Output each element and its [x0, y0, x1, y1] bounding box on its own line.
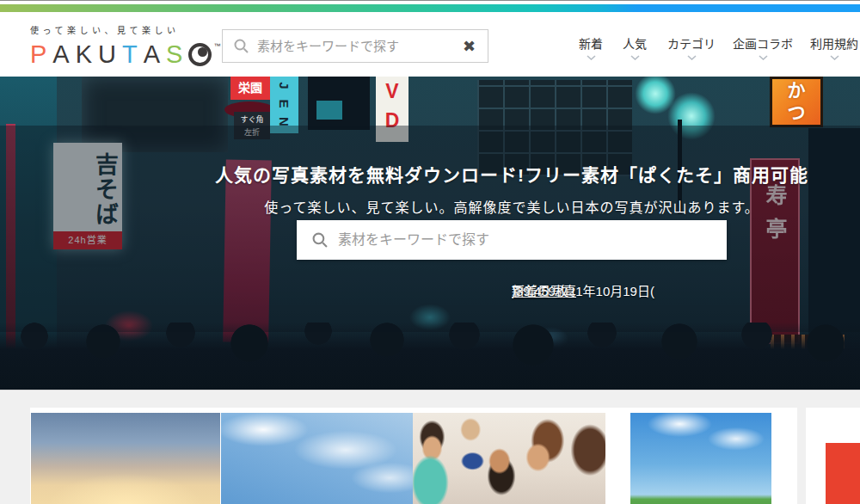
cyan-sign-bit	[316, 101, 342, 120]
trademark-symbol: ™	[213, 42, 220, 50]
photo-card-students[interactable]	[413, 408, 605, 504]
pakutaso-logo[interactable]: 使って楽しい、見て楽しい P A K U T A S ™	[30, 23, 220, 69]
logo-letter: P	[30, 40, 46, 69]
photo-grid-section	[0, 390, 860, 504]
logo-eye-pupil	[198, 47, 207, 57]
chevron-down-icon	[830, 55, 839, 60]
site-header: 使って楽しい、見て楽しい P A K U T A S ™ ✖ 新着 人気 カテゴ…	[0, 12, 860, 77]
logo-letter: A	[144, 40, 160, 69]
logo-tagline: 使って楽しい、見て楽しい	[30, 23, 220, 36]
nav-item-popular[interactable]: 人気	[623, 34, 647, 60]
search-clear-icon[interactable]: ✖	[463, 39, 476, 54]
students-photo[interactable]	[413, 413, 605, 504]
logo-eye-icon	[188, 43, 212, 66]
search-icon	[312, 232, 328, 248]
chevron-down-icon	[759, 55, 768, 60]
katsu-sign: かつ	[770, 77, 823, 127]
logo-letter: T	[122, 40, 138, 69]
photo-card-blue-sky[interactable]	[221, 408, 413, 504]
chevron-down-icon	[587, 55, 596, 60]
hero-headline: 人気の写真素材を無料ダウンロード!フリー素材「ぱくたそ」商用可能	[215, 161, 808, 187]
sakaeen-sign: 栄園	[230, 77, 270, 100]
hero-subheadline: 使って楽しい、見て楽しい。高解像度で美しい日本の写真が沢山あります。	[264, 196, 759, 217]
photo-card-sunset-sky[interactable]	[30, 408, 221, 504]
nav-item-category[interactable]: カテゴリ	[667, 34, 716, 60]
top-accent-gradient-bar	[0, 4, 860, 12]
nav-item-terms[interactable]: 利用規約	[810, 34, 858, 60]
logo-letter: K	[76, 40, 92, 69]
dark-sign-cluster	[308, 77, 370, 130]
search-icon	[234, 39, 249, 53]
hero-search-box[interactable]	[297, 220, 727, 260]
crowd-silhouettes	[0, 323, 860, 390]
sky-meadow-photo[interactable]	[630, 413, 771, 504]
header-search-input[interactable]	[257, 39, 463, 53]
red-photo[interactable]	[826, 443, 860, 504]
photo-card-sky-meadow[interactable]	[605, 408, 797, 504]
chevron-down-icon	[630, 55, 640, 60]
nav-item-new[interactable]: 新着	[579, 34, 603, 60]
nav-item-collab[interactable]: 企画コラボ	[733, 34, 793, 60]
blue-sky-photo[interactable]	[221, 413, 413, 504]
chevron-down-icon	[687, 55, 697, 60]
header-search-box[interactable]: ✖	[222, 29, 488, 63]
sunset-sky-photo[interactable]	[31, 413, 220, 504]
logo-letter: S	[166, 40, 182, 69]
logo-letter: U	[98, 40, 116, 69]
photo-card-red[interactable]	[806, 408, 860, 504]
hero-search-input[interactable]	[338, 232, 727, 248]
logo-letter: A	[52, 40, 69, 69]
hero-banner: 吉そば 24h営業 栄園 すぐ角左折 JEN VD かつ 寿亭 人気の写真素材を…	[0, 77, 860, 390]
logo-wordmark: P A K U T A S ™	[30, 40, 220, 69]
